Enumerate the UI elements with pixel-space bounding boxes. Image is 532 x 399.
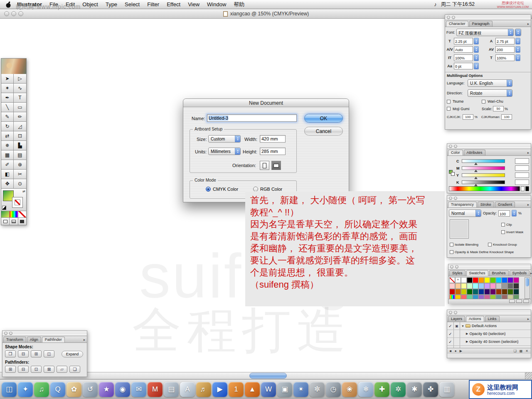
trash-icon[interactable]: ✕ — [525, 349, 528, 353]
dialog-toggle-cell[interactable] — [454, 330, 460, 337]
media-player-icon[interactable]: ▶ — [212, 382, 227, 397]
tsume-checkbox[interactable] — [447, 100, 451, 103]
transparency-tab-transparency[interactable]: Transparency — [448, 202, 477, 207]
slider-thumb[interactable] — [474, 170, 478, 172]
baseline-shift-field[interactable]: 0 pt — [454, 63, 473, 69]
width-input[interactable]: 420 mm — [260, 135, 286, 143]
scissors-tool[interactable]: ✂ — [14, 170, 26, 179]
cancel-button[interactable]: Cancel — [304, 127, 343, 135]
close-icon[interactable] — [449, 311, 452, 314]
add-shape-area-button[interactable]: ❒ — [5, 350, 16, 357]
color-button[interactable] — [1, 211, 10, 217]
swatch[interactable] — [467, 277, 473, 283]
swatch[interactable] — [467, 283, 473, 289]
expand-button[interactable]: Expand — [62, 351, 83, 357]
swatch[interactable] — [513, 277, 519, 283]
channel-slider[interactable] — [462, 180, 505, 184]
maya-icon[interactable]: M — [148, 382, 163, 397]
exclude-shape-area-button[interactable]: ◫ — [44, 350, 54, 357]
new-swatch-button[interactable] — [516, 300, 522, 303]
idvd-icon[interactable]: ◉ — [115, 382, 130, 397]
baseline-shift-stepper[interactable] — [474, 63, 479, 69]
transparency-tab-stroke[interactable]: Stroke — [478, 202, 494, 207]
palette-menu-icon[interactable]: ▸ — [530, 271, 532, 276]
intersect-shape-area-button[interactable]: ⊞ — [31, 350, 42, 357]
direct-selection-tool[interactable]: ▷ — [14, 74, 26, 84]
isolate-blending-checkbox[interactable] — [450, 243, 453, 246]
delete-swatch-button[interactable] — [523, 300, 529, 303]
layers-tab-links[interactable]: Links — [485, 316, 500, 322]
swatch[interactable] — [502, 283, 507, 289]
units-select[interactable]: Millimeters — [208, 148, 241, 155]
close-icon[interactable] — [447, 16, 450, 19]
menu-view[interactable]: View — [184, 0, 203, 9]
fullscreen-mode-button[interactable] — [18, 218, 26, 225]
channel-slider[interactable] — [462, 173, 505, 177]
swatch[interactable] — [455, 289, 461, 295]
swatch[interactable] — [502, 289, 507, 295]
palette-menu-icon[interactable]: ▸ — [527, 203, 530, 207]
line-tool[interactable]: ╲ — [1, 103, 14, 112]
default-colors-icon[interactable] — [2, 206, 6, 210]
swatch[interactable] — [490, 277, 496, 283]
swatch[interactable] — [484, 277, 490, 283]
font-style-select[interactable] — [515, 29, 521, 36]
swatch[interactable] — [478, 277, 484, 283]
layers-tab-actions[interactable]: Actions — [466, 316, 484, 322]
swatch[interactable] — [449, 289, 455, 295]
palette-titlebar[interactable] — [447, 196, 531, 201]
clip-checkbox[interactable] — [501, 223, 505, 227]
venus-painting-icon[interactable]: ❀ — [342, 382, 357, 397]
fill-stroke-proxy-icon[interactable] — [449, 170, 456, 177]
palette-titlebar[interactable] — [447, 144, 531, 149]
kerning-stepper[interactable] — [474, 46, 479, 53]
menu-filter[interactable]: Filter — [143, 0, 163, 9]
swatch[interactable] — [473, 277, 478, 283]
close-icon[interactable] — [4, 332, 7, 335]
reflect-tool[interactable]: ⇄ — [1, 131, 14, 141]
selection-tool[interactable]: ➤ — [1, 74, 14, 84]
paintbrush-tool[interactable]: ✎ — [1, 112, 14, 122]
pathfinder-tab-pathfinder[interactable]: Pathfinder — [42, 337, 65, 342]
swatch[interactable] — [484, 283, 490, 289]
rotate-tool[interactable]: ↻ — [1, 122, 14, 131]
swatch[interactable] — [496, 277, 502, 283]
iphoto-icon[interactable]: ✿ — [66, 382, 81, 397]
swatches-scrollbar[interactable] — [525, 277, 530, 299]
none-button[interactable] — [18, 211, 26, 217]
capture-one-icon[interactable]: 1 — [229, 382, 244, 397]
close-window-button[interactable] — [4, 11, 9, 16]
swatch[interactable] — [490, 283, 496, 289]
photoshop-icon[interactable]: ✴ — [293, 382, 308, 397]
portrait-orientation-button[interactable] — [260, 161, 269, 170]
pen-tool[interactable]: ✒ — [1, 93, 14, 103]
palette-menu-icon[interactable]: ▸ — [527, 22, 530, 27]
quicktime-icon[interactable]: Q — [50, 382, 65, 397]
zoom-tool[interactable]: ⊙ — [14, 179, 26, 189]
swatch[interactable] — [473, 283, 478, 289]
styles-tab-symbols[interactable]: Symbols — [510, 270, 530, 276]
disclosure-open-icon[interactable]: ▼ — [461, 325, 464, 328]
swatch[interactable] — [478, 289, 484, 295]
lasso-tool[interactable]: ∿ — [14, 84, 26, 93]
volume-icon[interactable]: ♪ — [434, 1, 437, 7]
science-icon[interactable]: ✲ — [391, 382, 406, 397]
menu-help[interactable]: 帮助 — [230, 0, 248, 9]
mesh-tool[interactable]: ▦ — [1, 150, 14, 160]
eyedropper-tool[interactable]: ✐ — [1, 160, 14, 170]
item-on-checkbox[interactable]: ✓ — [447, 330, 454, 337]
outline-button[interactable]: ▱ — [57, 366, 67, 373]
language-select[interactable]: U.K. English — [468, 79, 512, 87]
leading-stepper[interactable] — [515, 38, 520, 44]
play-icon[interactable]: ▶ — [460, 349, 462, 353]
finder-icon[interactable]: ◫ — [2, 382, 17, 397]
collapse-icon[interactable] — [454, 197, 457, 200]
channel-value-field[interactable] — [515, 165, 529, 171]
new-action-icon[interactable]: ▦ — [520, 349, 523, 353]
swatch[interactable] — [467, 289, 473, 295]
swap-colors-icon[interactable]: ⇄ — [22, 190, 25, 193]
swatch[interactable] — [461, 277, 467, 283]
knockout-group-checkbox[interactable] — [488, 243, 492, 246]
horizontal-scale-stepper[interactable] — [474, 54, 479, 61]
gradient-button[interactable] — [10, 211, 18, 217]
